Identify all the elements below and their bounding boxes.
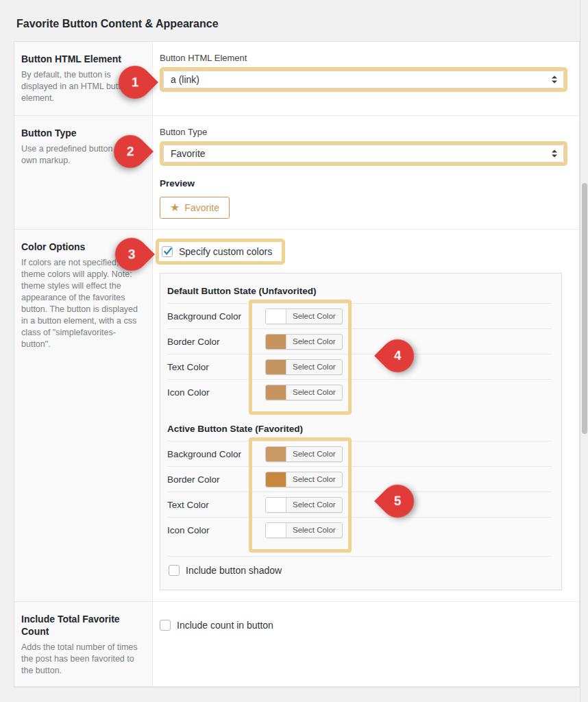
checkbox-label: Include count in button bbox=[177, 620, 273, 631]
color-swatch bbox=[266, 309, 286, 324]
color-row: Background Color Select Color bbox=[167, 441, 552, 466]
color-swatch bbox=[266, 360, 286, 374]
checkbox-label: Specify custom colors bbox=[179, 246, 272, 257]
specify-custom-colors-checkbox[interactable]: Specify custom colors bbox=[156, 239, 285, 265]
settings-table: Button HTML Element By default, the butt… bbox=[14, 41, 580, 687]
section-heading: Button HTML Element bbox=[21, 53, 144, 65]
section-header: Include Total Favorite Count Adds the to… bbox=[14, 602, 153, 686]
select-color-label: Select Color bbox=[286, 523, 342, 537]
section-color-options: Color Options If colors are not specifie… bbox=[14, 230, 579, 602]
section-description: Adds the total number of times the post … bbox=[21, 642, 144, 677]
default-state-block: Default Button State (Unfavorited) Backg… bbox=[167, 283, 552, 404]
color-row: Background Color Select Color bbox=[167, 303, 552, 328]
highlight-frame: a (link) bbox=[160, 67, 567, 92]
checkbox-label: Include button shadow bbox=[186, 565, 282, 576]
select-value: Favorite bbox=[171, 148, 206, 159]
field-label: Button HTML Element bbox=[160, 53, 572, 63]
custom-colors-panel: Default Button State (Unfavorited) Backg… bbox=[160, 273, 562, 590]
color-row: Text Color Select Color bbox=[167, 492, 552, 517]
select-color-label: Select Color bbox=[286, 335, 342, 349]
select-value: a (link) bbox=[171, 74, 199, 85]
select-color-label: Select Color bbox=[286, 447, 342, 461]
color-swatch bbox=[266, 335, 286, 349]
select-arrows-icon bbox=[552, 150, 557, 158]
scrollbar-thumb[interactable] bbox=[582, 183, 587, 434]
checkbox-icon bbox=[160, 620, 171, 631]
color-swatch bbox=[266, 385, 286, 400]
color-row: Icon Color Select Color bbox=[167, 379, 552, 404]
color-swatch bbox=[266, 523, 286, 537]
section-button-html-element: Button HTML Element By default, the butt… bbox=[14, 42, 579, 116]
include-count-checkbox[interactable]: Include count in button bbox=[160, 620, 273, 631]
scrollbar-track[interactable] bbox=[580, 0, 588, 702]
select-color-label: Select Color bbox=[286, 385, 342, 400]
color-row: Border Color Select Color bbox=[167, 466, 552, 492]
color-row: Border Color Select Color bbox=[167, 328, 552, 354]
section-favorite-count: Include Total Favorite Count Adds the to… bbox=[14, 602, 579, 686]
default-text-color-picker[interactable]: Select Color bbox=[265, 359, 343, 375]
include-button-shadow-checkbox[interactable]: Include button shadow bbox=[169, 565, 282, 576]
section-header: Button Type Use a predefined button or y… bbox=[14, 116, 153, 229]
color-swatch bbox=[266, 498, 286, 512]
favorite-preview-button[interactable]: ★ Favorite bbox=[160, 197, 230, 219]
page-title: Favorite Button Content & Appearance bbox=[16, 18, 219, 30]
field-label: Button Type bbox=[160, 127, 572, 137]
highlight-frame: Favorite bbox=[160, 141, 567, 166]
button-html-element-select[interactable]: a (link) bbox=[163, 71, 564, 88]
active-background-color-picker[interactable]: Select Color bbox=[265, 446, 343, 462]
select-color-label: Select Color bbox=[286, 360, 342, 374]
color-swatch bbox=[266, 472, 286, 487]
default-background-color-picker[interactable]: Select Color bbox=[265, 308, 343, 324]
section-button-type: Button Type Use a predefined button or y… bbox=[14, 116, 579, 230]
active-icon-color-picker[interactable]: Select Color bbox=[265, 522, 343, 538]
button-type-select[interactable]: Favorite bbox=[163, 145, 564, 162]
star-icon: ★ bbox=[170, 203, 180, 213]
default-border-color-picker[interactable]: Select Color bbox=[265, 334, 343, 350]
section-heading: Include Total Favorite Count bbox=[21, 613, 139, 638]
active-border-color-picker[interactable]: Select Color bbox=[265, 472, 343, 487]
checkbox-icon bbox=[169, 565, 180, 576]
button-shadow-row: Include button shadow bbox=[167, 556, 552, 590]
select-arrows-icon bbox=[552, 76, 557, 84]
active-text-color-picker[interactable]: Select Color bbox=[265, 497, 343, 513]
color-swatch bbox=[266, 447, 286, 461]
default-state-heading: Default Button State (Unfavorited) bbox=[167, 283, 552, 303]
preview-label: Preview bbox=[160, 178, 572, 189]
select-color-label: Select Color bbox=[286, 309, 342, 324]
section-header: Color Options If colors are not specifie… bbox=[14, 230, 153, 601]
select-color-label: Select Color bbox=[286, 498, 342, 512]
color-row: Text Color Select Color bbox=[167, 354, 552, 379]
checkbox-icon bbox=[162, 246, 173, 257]
color-row: Icon Color Select Color bbox=[167, 517, 552, 542]
active-state-block: Active Button State (Favorited) Backgrou… bbox=[167, 421, 552, 542]
active-state-heading: Active Button State (Favorited) bbox=[167, 421, 552, 441]
default-icon-color-picker[interactable]: Select Color bbox=[265, 385, 343, 400]
select-color-label: Select Color bbox=[286, 472, 342, 487]
favorite-button-label: Favorite bbox=[184, 202, 219, 213]
section-description: If colors are not specified, theme color… bbox=[21, 257, 144, 350]
